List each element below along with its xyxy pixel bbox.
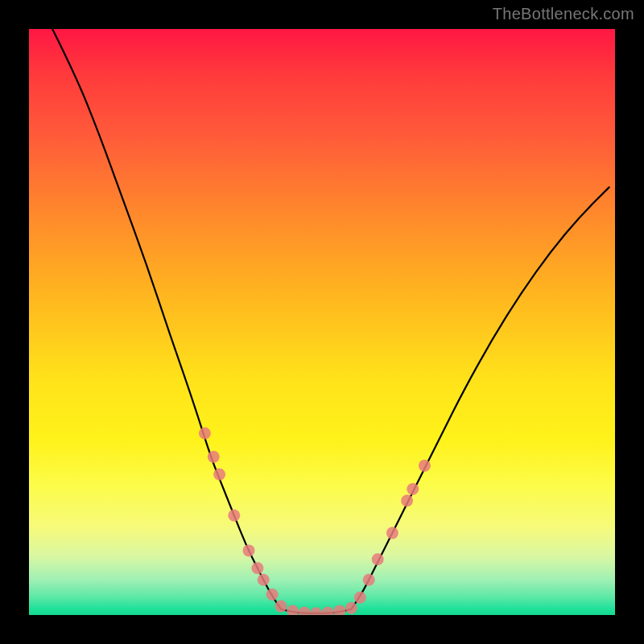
- data-marker: [275, 601, 287, 613]
- marker-group: [199, 427, 431, 615]
- data-marker: [363, 574, 375, 586]
- data-marker: [386, 527, 398, 539]
- chart-frame: TheBottleneck.com: [0, 0, 644, 644]
- data-marker: [251, 562, 263, 574]
- data-marker: [345, 602, 357, 614]
- data-marker: [310, 607, 322, 615]
- data-marker: [299, 607, 311, 615]
- data-marker: [199, 427, 211, 440]
- plot-area: [29, 29, 615, 615]
- data-marker: [333, 605, 345, 615]
- watermark-text: TheBottleneck.com: [493, 5, 634, 23]
- bottleneck-curve: [52, 29, 609, 613]
- data-marker: [258, 574, 270, 586]
- data-marker: [419, 460, 431, 472]
- data-marker: [287, 605, 299, 615]
- chart-svg: [29, 29, 615, 615]
- data-marker: [266, 588, 279, 601]
- data-marker: [354, 592, 366, 604]
- data-marker: [213, 469, 225, 481]
- data-marker: [401, 495, 413, 507]
- data-marker: [322, 607, 334, 615]
- data-marker: [372, 553, 384, 565]
- data-marker: [243, 544, 255, 556]
- data-marker: [407, 483, 419, 495]
- data-marker: [208, 451, 220, 463]
- data-marker: [228, 510, 240, 522]
